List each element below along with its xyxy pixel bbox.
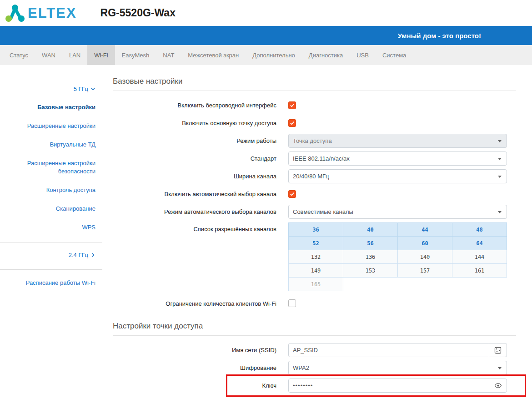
auto-channel-mode-select[interactable]: Совместимые каналы (289, 205, 507, 218)
sidebar-item-basic-settings[interactable]: Базовые настройки (0, 103, 102, 112)
channel-cell[interactable]: 60 (398, 237, 452, 250)
tab-system[interactable]: Система (376, 45, 413, 65)
tab-wan[interactable]: WAN (35, 45, 62, 65)
sidebar-item-scanning[interactable]: Сканирование (0, 205, 102, 213)
eye-icon (494, 382, 502, 389)
enable-wireless-checkbox[interactable] (288, 101, 296, 109)
field-label: Имя сети (SSID) (113, 347, 288, 354)
auto-channel-checkbox[interactable] (288, 190, 296, 198)
channel-cell[interactable]: 136 (343, 250, 398, 264)
bandwidth-select[interactable]: 20/40/80 МГц (289, 170, 507, 183)
client-limit-checkbox[interactable] (288, 299, 296, 307)
channel-cell[interactable]: 161 (452, 264, 507, 278)
form-row: Режим работы Точка доступа (113, 134, 516, 148)
channel-cell[interactable]: 132 (289, 250, 343, 264)
field-label: Ключ (113, 382, 288, 389)
generate-ssid-button[interactable] (489, 343, 507, 357)
sidebar-group-5ghz[interactable]: 5 ГГц (0, 86, 102, 92)
form-row: Ограничение количества клиентов Wi-Fi (113, 297, 516, 311)
channel-cell[interactable]: 44 (398, 223, 452, 237)
ap-settings-title: Настройки точки доступа (113, 322, 516, 336)
channel-cell[interactable]: 165 (289, 278, 343, 291)
sidebar-group-24ghz[interactable]: 2.4 ГГц (0, 252, 102, 258)
tab-status[interactable]: Статус (3, 45, 35, 65)
tab-firewall[interactable]: Межсетевой экран (181, 45, 246, 65)
form-row: Стандарт IEEE 802.11a/n/ac/ax (113, 152, 516, 166)
channel-cell[interactable]: 144 (452, 250, 507, 264)
tab-nat[interactable]: NAT (156, 45, 181, 65)
form-row: Включить основную точку доступа (113, 116, 516, 130)
check-icon (290, 192, 295, 197)
basic-settings-title: Базовые настройки (113, 77, 516, 91)
chevron-right-icon (90, 252, 95, 258)
channel-cell[interactable]: 64 (452, 237, 507, 250)
sidebar-divider (0, 242, 102, 242)
eltex-logo: ELTEX (5, 4, 77, 23)
tab-diagnostics[interactable]: Диагностика (302, 45, 350, 65)
field-label: Режим автоматического выбора каналов (113, 208, 288, 215)
tab-usb[interactable]: USB (350, 45, 376, 65)
tab-advanced[interactable]: Дополнительно (246, 45, 302, 65)
field-label: Список разрешённых каналов (113, 226, 288, 232)
channel-cell[interactable]: 149 (289, 264, 343, 278)
form-row: Режим автоматического выбора каналов Сов… (113, 205, 516, 219)
slogan-text: Умный дом - это просто! (398, 32, 481, 40)
field-label: Включить основную точку доступа (113, 120, 288, 126)
channel-cell[interactable]: 36 (289, 223, 343, 237)
eltex-logo-icon (5, 4, 25, 23)
field-label: Включить автоматический выбор канала (113, 191, 288, 197)
check-icon (290, 103, 295, 108)
form-row: Ширина канала 20/40/80 МГц (113, 169, 516, 183)
slogan-bar: Умный дом - это просто! (0, 26, 532, 45)
field-label: Стандарт (113, 155, 288, 162)
generate-random-icon (494, 347, 502, 354)
standard-select[interactable]: IEEE 802.11a/n/ac/ax (289, 152, 507, 165)
sidebar-item-wifi-schedule[interactable]: Расписание работы Wi-Fi (0, 279, 102, 288)
sidebar-item-virtual-ap[interactable]: Виртуальные ТД (0, 141, 102, 149)
sidebar-item-wps[interactable]: WPS (0, 223, 102, 232)
channel-cell[interactable]: 40 (343, 223, 398, 237)
channel-cell[interactable]: 157 (398, 264, 452, 278)
enable-main-ap-checkbox[interactable] (288, 119, 296, 127)
sidebar-item-advanced-settings[interactable]: Расширенные настройки (0, 122, 102, 131)
channel-cell[interactable]: 52 (289, 237, 343, 250)
field-label: Режим работы (113, 137, 288, 144)
form-row: Включить автоматический выбор канала (113, 187, 516, 201)
encryption-select[interactable]: WPA2 (289, 361, 507, 374)
page-title: RG-5520G-Wax (100, 7, 176, 19)
tab-wifi[interactable]: Wi-Fi (87, 45, 115, 65)
sidebar-divider (0, 269, 102, 270)
header: ELTEX RG-5520G-Wax (0, 0, 532, 26)
tab-lan[interactable]: LAN (62, 45, 87, 65)
form-row: Включить беспроводной интерфейс (113, 98, 516, 112)
main-content: Базовые настройки Включить беспроводной … (102, 65, 532, 404)
form-row: Шифрование WPA2 (113, 361, 516, 375)
form-row-key: Ключ (113, 379, 516, 393)
main-nav: Статус WAN LAN Wi-Fi EasyMesh NAT Межсет… (0, 45, 532, 65)
key-input[interactable] (288, 379, 489, 393)
sidebar-item-advanced-security[interactable]: Расширенные настройки безопасности (0, 159, 102, 177)
allowed-channels-table: 36 40 44 48 52 56 60 64 132 136 140 (288, 222, 507, 291)
channel-cell[interactable]: 140 (398, 250, 452, 264)
field-label: Ограничение количества клиентов Wi-Fi (113, 300, 288, 307)
sidebar-item-access-control[interactable]: Контроль доступа (0, 186, 102, 195)
brand-text: ELTEX (28, 5, 77, 21)
mode-select: Точка доступа (289, 134, 507, 147)
field-label: Ширина канала (113, 173, 288, 180)
channel-cell[interactable]: 153 (343, 264, 398, 278)
form-row: Список разрешённых каналов 36 40 44 48 5… (113, 222, 516, 291)
ssid-input[interactable] (288, 343, 489, 357)
tab-easymesh[interactable]: EasyMesh (115, 45, 156, 65)
check-icon (290, 121, 295, 126)
channel-cell[interactable]: 56 (343, 237, 398, 250)
form-row: Имя сети (SSID) (113, 343, 516, 357)
sidebar: 5 ГГц Базовые настройки Расширенные наст… (0, 65, 102, 298)
chevron-down-icon (90, 86, 95, 91)
channel-cell[interactable]: 48 (452, 223, 507, 237)
field-label: Шифрование (113, 364, 288, 371)
show-password-button[interactable] (489, 379, 507, 393)
field-label: Включить беспроводной интерфейс (113, 102, 288, 109)
